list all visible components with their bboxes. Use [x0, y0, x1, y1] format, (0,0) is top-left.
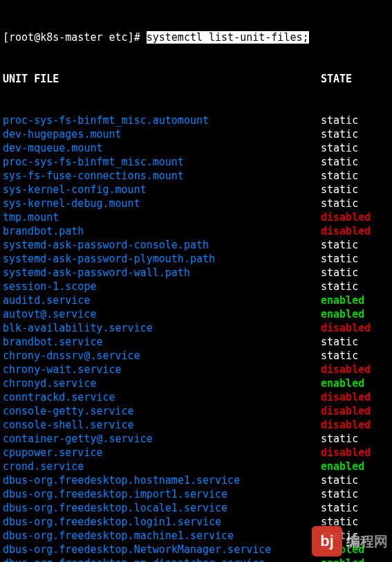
unit-state: enabled [321, 307, 364, 321]
unit-file: brandbot.service [3, 335, 321, 349]
unit-state: static [321, 515, 358, 529]
prompt-line: [root@k8s-master etc]# systemctl list-un… [3, 30, 389, 44]
unit-state: static [321, 529, 358, 543]
unit-row: console-getty.servicedisabled [3, 404, 389, 418]
unit-row: systemd-ask-password-console.pathstatic [3, 238, 389, 252]
prompt-path: etc [109, 31, 128, 44]
unit-state: disabled [321, 224, 371, 238]
unit-state: static [321, 335, 358, 349]
header-state: STATE [321, 72, 352, 86]
unit-row: brandbot.pathdisabled [3, 224, 389, 238]
unit-file: systemd-ask-password-plymouth.path [3, 252, 321, 266]
terminal-output[interactable]: [root@k8s-master etc]# systemctl list-un… [0, 0, 392, 562]
unit-file: session-1.scope [3, 280, 321, 293]
prompt-open: [ [3, 31, 9, 44]
unit-state: disabled [321, 446, 371, 460]
unit-state: static [321, 114, 358, 127]
unit-file: chrony-dnssrv@.service [3, 349, 321, 363]
unit-row: session-1.scopestatic [3, 280, 389, 293]
unit-file: dev-hugepages.mount [3, 127, 321, 141]
unit-row: dbus-org.freedesktop.machine1.servicesta… [3, 529, 389, 543]
unit-state: disabled [321, 321, 371, 335]
unit-file: conntrackd.service [3, 390, 321, 404]
prompt-user: root@k8s-master [9, 31, 102, 44]
header-line: UNIT FILESTATE [3, 72, 389, 86]
unit-row: blk-availability.servicedisabled [3, 321, 389, 335]
unit-state: static [321, 197, 358, 210]
unit-row: chronyd.serviceenabled [3, 377, 389, 390]
unit-file: dbus-org.freedesktop.machine1.service [3, 529, 321, 543]
unit-state: enabled [321, 293, 364, 307]
unit-file: tmp.mount [3, 210, 321, 224]
unit-row: proc-sys-fs-binfmt_misc.automountstatic [3, 114, 389, 127]
unit-file: sys-fs-fuse-connections.mount [3, 169, 321, 183]
unit-file: proc-sys-fs-binfmt_misc.automount [3, 114, 321, 127]
unit-state: static [321, 501, 358, 515]
unit-row: console-shell.servicedisabled [3, 418, 389, 432]
unit-row: sys-kernel-config.mountstatic [3, 183, 389, 197]
unit-row: cpupower.servicedisabled [3, 446, 389, 460]
unit-row: crond.serviceenabled [3, 460, 389, 473]
unit-state: static [321, 141, 358, 155]
unit-file: container-getty@.service [3, 432, 321, 446]
unit-file: brandbot.path [3, 224, 321, 238]
unit-state: static [321, 473, 358, 487]
unit-row: dbus-org.freedesktop.NetworkManager.serv… [3, 543, 389, 556]
unit-row: tmp.mountdisabled [3, 210, 389, 224]
prompt-hash: # [134, 31, 147, 44]
command-text: systemctl list-unit-files; [147, 31, 309, 44]
unit-file: systemd-ask-password-console.path [3, 238, 321, 252]
unit-file: crond.service [3, 460, 321, 473]
unit-file: dbus-org.freedesktop.login1.service [3, 515, 321, 529]
unit-state: disabled [321, 210, 371, 224]
unit-row: brandbot.servicestatic [3, 335, 389, 349]
unit-file: chrony-wait.service [3, 363, 321, 377]
unit-row: chrony-dnssrv@.servicestatic [3, 349, 389, 363]
unit-file: dbus-org.freedesktop.hostname1.service [3, 473, 321, 487]
unit-file: console-shell.service [3, 418, 321, 432]
unit-row: sys-kernel-debug.mountstatic [3, 197, 389, 210]
unit-row: proc-sys-fs-binfmt_misc.mountstatic [3, 155, 389, 169]
unit-row: auditd.serviceenabled [3, 293, 389, 307]
unit-state: enabled [321, 377, 364, 390]
unit-row: sys-fs-fuse-connections.mountstatic [3, 169, 389, 183]
unit-file: dbus-org.freedesktop.locale1.service [3, 501, 321, 515]
unit-state: static [321, 266, 358, 280]
unit-row: systemd-ask-password-wall.pathstatic [3, 266, 389, 280]
unit-state: static [321, 169, 358, 183]
unit-row: container-getty@.servicestatic [3, 432, 389, 446]
unit-state: static [321, 280, 358, 293]
unit-row: autovt@.serviceenabled [3, 307, 389, 321]
unit-row: dev-hugepages.mountstatic [3, 127, 389, 141]
unit-row: dbus-org.freedesktop.locale1.servicestat… [3, 501, 389, 515]
unit-file: console-getty.service [3, 404, 321, 418]
unit-row: dbus-org.freedesktop.hostname1.servicest… [3, 473, 389, 487]
unit-file: sys-kernel-debug.mount [3, 197, 321, 210]
unit-state: enabled [321, 543, 364, 556]
rows-container: proc-sys-fs-binfmt_misc.automountstaticd… [3, 114, 389, 562]
unit-state: disabled [321, 418, 371, 432]
unit-state: static [321, 127, 358, 141]
unit-state: disabled [321, 404, 371, 418]
unit-state: static [321, 238, 358, 252]
unit-file: dbus-org.freedesktop.nm-dispatcher.servi… [3, 556, 321, 562]
unit-file: cpupower.service [3, 446, 321, 460]
unit-row: chrony-wait.servicedisabled [3, 363, 389, 377]
unit-file: blk-availability.service [3, 321, 321, 335]
unit-file: dev-mqueue.mount [3, 141, 321, 155]
prompt-close: ] [128, 31, 134, 44]
unit-row: systemd-ask-password-plymouth.pathstatic [3, 252, 389, 266]
unit-state: static [321, 155, 358, 169]
unit-row: conntrackd.servicedisabled [3, 390, 389, 404]
unit-file: auditd.service [3, 293, 321, 307]
unit-file: dbus-org.freedesktop.import1.service [3, 487, 321, 501]
unit-state: static [321, 252, 358, 266]
header-unit: UNIT FILE [3, 72, 321, 86]
unit-row: dbus-org.freedesktop.import1.servicestat… [3, 487, 389, 501]
unit-state: disabled [321, 363, 371, 377]
unit-file: dbus-org.freedesktop.NetworkManager.serv… [3, 543, 321, 556]
unit-row: dbus-org.freedesktop.nm-dispatcher.servi… [3, 556, 389, 562]
unit-state: enabled [321, 556, 364, 562]
unit-file: systemd-ask-password-wall.path [3, 266, 321, 280]
unit-state: static [321, 432, 358, 446]
